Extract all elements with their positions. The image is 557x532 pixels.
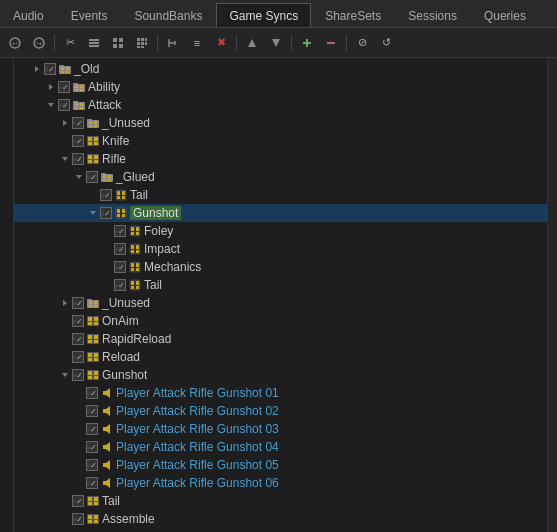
tree-checkbox[interactable] xyxy=(72,351,84,363)
tree-expand-btn[interactable] xyxy=(30,62,44,76)
tree-row[interactable]: _Unused xyxy=(14,114,547,132)
tab-gamesyncs[interactable]: Game Syncs xyxy=(216,3,311,27)
toolbar-x-btn[interactable]: ✖ xyxy=(210,32,232,54)
tree-expand-btn[interactable] xyxy=(58,494,72,508)
tree-row[interactable]: _Old xyxy=(14,60,547,78)
tree-row[interactable]: Player Attack Rifle Gunshot 04 xyxy=(14,438,547,456)
tree-checkbox[interactable] xyxy=(44,63,56,75)
tree-expand-btn[interactable] xyxy=(100,242,114,256)
tree-checkbox[interactable] xyxy=(72,297,84,309)
tree-checkbox[interactable] xyxy=(72,333,84,345)
tree-expand-btn[interactable] xyxy=(72,458,86,472)
tree-checkbox[interactable] xyxy=(72,495,84,507)
tree-checkbox[interactable] xyxy=(72,135,84,147)
tree-expand-btn[interactable] xyxy=(72,404,86,418)
tree-checkbox[interactable] xyxy=(58,99,70,111)
tree-checkbox[interactable] xyxy=(100,207,112,219)
tree-row[interactable]: Reload xyxy=(14,348,547,366)
tree-checkbox[interactable] xyxy=(114,225,126,237)
tree-expand-btn[interactable] xyxy=(58,134,72,148)
tree-expand-btn[interactable] xyxy=(100,278,114,292)
tree-row[interactable]: Assemble xyxy=(14,510,547,528)
tree-expand-btn[interactable] xyxy=(58,368,72,382)
toolbar-up-btn[interactable] xyxy=(241,32,263,54)
tree-row[interactable]: Foley xyxy=(14,222,547,240)
tab-sharesets[interactable]: ShareSets xyxy=(312,3,394,27)
tree-row[interactable]: Attack xyxy=(14,96,547,114)
tree-checkbox[interactable] xyxy=(86,423,98,435)
tree-expand-btn[interactable] xyxy=(58,152,72,166)
tree-expand-btn[interactable] xyxy=(72,170,86,184)
tree-row[interactable]: _Unused xyxy=(14,294,547,312)
tree-checkbox[interactable] xyxy=(86,171,98,183)
tree-row[interactable]: Player Attack Rifle Gunshot 06 xyxy=(14,474,547,492)
toolbar-sort-btn[interactable]: ≡ xyxy=(186,32,208,54)
tree-expand-btn[interactable] xyxy=(58,296,72,310)
tree-area[interactable]: _Old Ability Attack _Unused Knife Rifle xyxy=(14,58,547,532)
tree-expand-btn[interactable] xyxy=(44,80,58,94)
toolbar-minus-btn[interactable] xyxy=(320,32,342,54)
tree-expand-btn[interactable] xyxy=(72,440,86,454)
scrollbar[interactable] xyxy=(547,58,557,532)
tab-events[interactable]: Events xyxy=(58,3,121,27)
tree-checkbox[interactable] xyxy=(114,279,126,291)
tab-audio[interactable]: Audio xyxy=(0,3,57,27)
tree-row[interactable]: Tail xyxy=(14,492,547,510)
tree-checkbox[interactable] xyxy=(72,513,84,525)
tree-checkbox[interactable] xyxy=(72,315,84,327)
tree-row[interactable]: Gunshot xyxy=(14,204,547,222)
toolbar-block-btn[interactable]: ⊘ xyxy=(351,32,373,54)
tab-queries[interactable]: Queries xyxy=(471,3,539,27)
tree-expand-btn[interactable] xyxy=(58,314,72,328)
tree-checkbox[interactable] xyxy=(58,81,70,93)
tree-expand-btn[interactable] xyxy=(100,224,114,238)
tree-expand-btn[interactable] xyxy=(100,260,114,274)
toolbar-cut-btn[interactable]: ✂ xyxy=(59,32,81,54)
tree-row[interactable]: Player Attack Rifle Gunshot 05 xyxy=(14,456,547,474)
tree-expand-btn[interactable] xyxy=(86,206,100,220)
tree-row[interactable]: Tail xyxy=(14,186,547,204)
tree-row[interactable]: Tail xyxy=(14,276,547,294)
tree-row[interactable]: OnAim xyxy=(14,312,547,330)
toolbar-grid-btn[interactable] xyxy=(107,32,129,54)
tree-row[interactable]: Ability xyxy=(14,78,547,96)
tree-expand-btn[interactable] xyxy=(72,386,86,400)
tree-expand-btn[interactable] xyxy=(86,188,100,202)
tree-expand-btn[interactable] xyxy=(58,512,72,526)
tree-checkbox[interactable] xyxy=(114,243,126,255)
tree-row[interactable]: Knife xyxy=(14,132,547,150)
tree-row[interactable]: Impact xyxy=(14,240,547,258)
toolbar-back-btn[interactable]: ↩ xyxy=(4,32,26,54)
tree-checkbox[interactable] xyxy=(72,153,84,165)
toolbar-list-btn[interactable] xyxy=(83,32,105,54)
tree-checkbox[interactable] xyxy=(114,261,126,273)
tab-sessions[interactable]: Sessions xyxy=(395,3,470,27)
tab-soundbanks[interactable]: SoundBanks xyxy=(121,3,215,27)
tree-expand-btn[interactable] xyxy=(72,422,86,436)
tree-expand-btn[interactable] xyxy=(58,116,72,130)
tree-checkbox[interactable] xyxy=(86,405,98,417)
tree-checkbox[interactable] xyxy=(86,441,98,453)
tree-row[interactable]: Player Attack Rifle Gunshot 02 xyxy=(14,402,547,420)
tree-checkbox[interactable] xyxy=(72,369,84,381)
tree-row[interactable]: Player Attack Rifle Gunshot 01 xyxy=(14,384,547,402)
tree-row[interactable]: _Glued xyxy=(14,168,547,186)
tree-row[interactable]: Mechanics xyxy=(14,258,547,276)
tree-expand-btn[interactable] xyxy=(58,350,72,364)
tree-checkbox[interactable] xyxy=(86,459,98,471)
tree-row[interactable]: Rifle xyxy=(14,150,547,168)
tree-row[interactable]: Gunshot xyxy=(14,366,547,384)
toolbar-grid2-btn[interactable] xyxy=(131,32,153,54)
tree-checkbox[interactable] xyxy=(100,189,112,201)
tree-row[interactable]: RapidReload xyxy=(14,330,547,348)
toolbar-down-btn[interactable] xyxy=(265,32,287,54)
tree-checkbox[interactable] xyxy=(86,387,98,399)
toolbar-fwd-btn[interactable]: ↪ xyxy=(28,32,50,54)
tree-checkbox[interactable] xyxy=(72,117,84,129)
tree-expand-btn[interactable] xyxy=(58,332,72,346)
toolbar-add-btn[interactable] xyxy=(296,32,318,54)
toolbar-tree-btn[interactable] xyxy=(162,32,184,54)
tree-row[interactable]: Player Attack Rifle Gunshot 03 xyxy=(14,420,547,438)
tree-expand-btn[interactable] xyxy=(44,98,58,112)
tree-expand-btn[interactable] xyxy=(72,476,86,490)
